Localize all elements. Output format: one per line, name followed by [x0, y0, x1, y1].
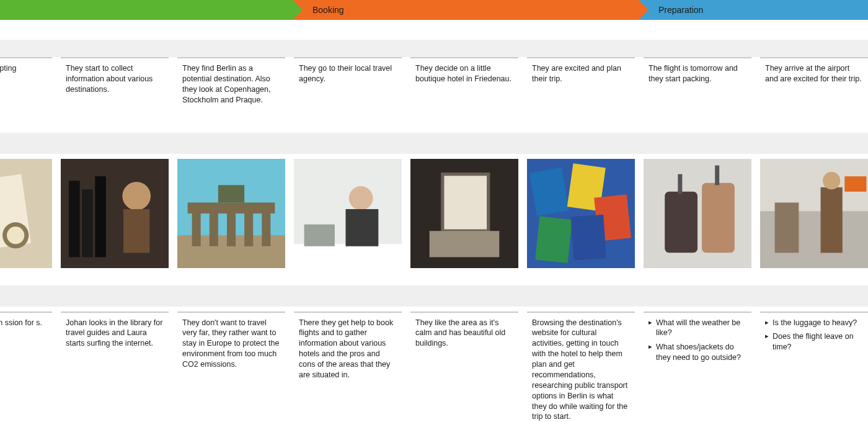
svg-rect-6 — [82, 189, 93, 257]
svg-rect-32 — [535, 216, 572, 263]
svg-rect-13 — [192, 213, 201, 246]
detail-card[interactable]: There they get help to book flights and … — [294, 312, 402, 423]
storyboard-image-airport-terminal[interactable] — [760, 159, 868, 268]
svg-rect-45 — [844, 176, 866, 192]
lane-separator — [0, 40, 868, 57]
step-text: They arrive at the airport and are excit… — [765, 63, 863, 84]
step-text: They start to collect information about … — [66, 63, 164, 95]
svg-point-43 — [823, 172, 840, 189]
step-card[interactable]: what ld be tempting — [0, 57, 52, 112]
step-card[interactable]: They decide on a little boutique hotel i… — [410, 57, 518, 112]
detail-card[interactable]: Is the luggage to heavy?Does the flight … — [760, 312, 868, 423]
svg-rect-7 — [95, 176, 106, 257]
storyboard-image-man-at-desk[interactable] — [294, 159, 402, 268]
detail-text: They like the area as it's calm and has … — [415, 318, 513, 349]
step-text: They find Berlin as a potential destinat… — [182, 63, 280, 106]
storyboard-image-library-books[interactable] — [61, 159, 169, 268]
svg-rect-18 — [218, 185, 244, 202]
svg-rect-5 — [69, 181, 80, 257]
svg-rect-38 — [678, 174, 682, 194]
svg-rect-23 — [304, 224, 335, 246]
svg-rect-15 — [227, 213, 236, 246]
stage-bar: BookingPreparation — [0, 0, 868, 20]
step-text: They are excited and plan their trip. — [532, 63, 630, 84]
stage-label: Booking — [312, 5, 344, 15]
storyboard-image-brandenburg-gate[interactable] — [177, 159, 285, 268]
journey-map-canvas: BookingPreparation what ld be temptingTh… — [0, 0, 868, 422]
detail-card[interactable]: Johan looks in the library for travel gu… — [61, 312, 169, 423]
step-card[interactable]: They start to collect information about … — [61, 57, 169, 112]
detail-list-item: Does the flight leave on time? — [765, 331, 863, 352]
svg-rect-16 — [244, 213, 253, 246]
svg-rect-35 — [665, 191, 698, 253]
detail-list-item: What will the weather be like? — [649, 318, 746, 339]
step-card[interactable]: They go to their local travel agency. — [294, 57, 402, 112]
step-card[interactable]: They find Berlin as a potential destinat… — [177, 57, 285, 112]
images-row — [0, 159, 868, 268]
step-card[interactable]: The flight is tomorrow and they start pa… — [644, 57, 751, 112]
detail-text: There they get help to book flights and … — [299, 318, 397, 380]
svg-rect-33 — [571, 214, 607, 260]
stage-booking[interactable]: Booking — [293, 0, 639, 20]
storyboard-image-hotel-room[interactable] — [410, 159, 518, 268]
detail-card[interactable]: Browsing the destination's website for c… — [527, 312, 635, 423]
svg-rect-22 — [345, 209, 378, 246]
svg-point-3 — [7, 227, 24, 244]
svg-rect-36 — [702, 182, 735, 253]
detail-card[interactable]: What will the weather be like?What shoes… — [644, 312, 751, 423]
lane-separator — [0, 133, 868, 154]
details-row: go ere they can ssion for s.Johan looks … — [0, 312, 868, 423]
step-text: They decide on a little boutique hotel i… — [415, 63, 513, 84]
detail-list: Is the luggage to heavy?Does the flight … — [765, 318, 863, 353]
steps-row: what ld be temptingThey start to collect… — [0, 57, 868, 112]
svg-point-21 — [349, 186, 373, 210]
storyboard-image-suitcases[interactable] — [644, 159, 751, 268]
svg-rect-27 — [430, 231, 500, 257]
svg-rect-14 — [210, 213, 218, 246]
svg-rect-20 — [294, 244, 402, 268]
storyboard-image-map-compass[interactable] — [0, 159, 52, 268]
step-card[interactable]: They arrive at the airport and are excit… — [760, 57, 868, 112]
svg-point-8 — [122, 181, 151, 210]
svg-rect-17 — [262, 213, 270, 246]
svg-rect-42 — [821, 187, 843, 253]
detail-text: go ere they can ssion for s. — [0, 318, 47, 328]
svg-rect-44 — [775, 202, 799, 253]
detail-card[interactable]: They don't want to travel very far, they… — [177, 312, 285, 423]
detail-list-item: Is the luggage to heavy? — [765, 318, 863, 328]
svg-rect-37 — [715, 165, 719, 185]
stage-phase-0[interactable] — [0, 0, 293, 20]
stage-preparation[interactable]: Preparation — [639, 0, 868, 20]
detail-list: What will the weather be like?What shoes… — [649, 318, 746, 364]
stage-label: Preparation — [658, 5, 703, 15]
detail-list-item: What shoes/jackets do they need to go ou… — [649, 342, 746, 363]
detail-card[interactable]: go ere they can ssion for s. — [0, 312, 52, 423]
detail-card[interactable]: They like the area as it's calm and has … — [410, 312, 518, 423]
detail-text: They don't want to travel very far, they… — [182, 318, 280, 370]
step-text: what ld be tempting — [0, 63, 47, 74]
step-text: The flight is tomorrow and they start pa… — [649, 63, 746, 84]
step-text: They go to their local travel agency. — [299, 63, 397, 84]
svg-rect-12 — [188, 202, 275, 213]
detail-text: Browsing the destination's website for c… — [532, 318, 630, 423]
svg-rect-25 — [443, 174, 489, 231]
storyboard-image-travel-guides-pile[interactable] — [527, 159, 635, 268]
detail-text: Johan looks in the library for travel gu… — [66, 318, 164, 349]
step-card[interactable]: They are excited and plan their trip. — [527, 57, 635, 112]
lane-separator — [0, 285, 868, 307]
svg-rect-9 — [123, 209, 149, 252]
